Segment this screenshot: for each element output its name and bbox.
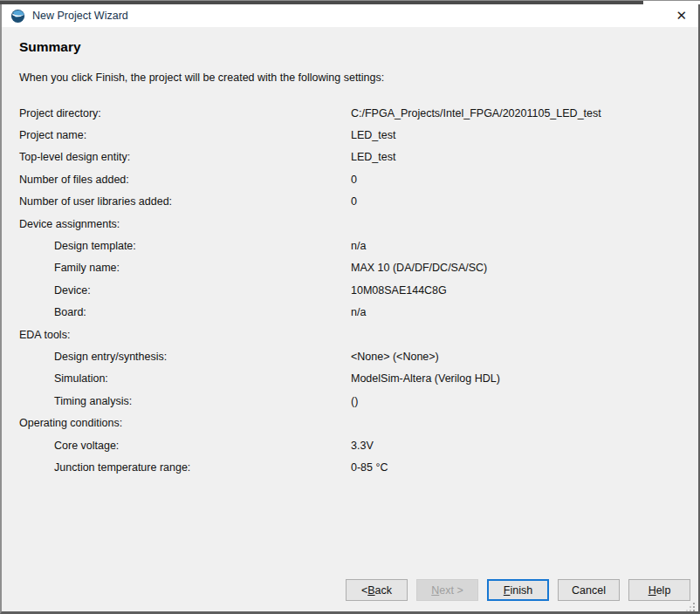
row-value: LED_test [351, 147, 395, 168]
button-bar: < BackNext >FinishCancelHelp [346, 579, 690, 601]
row-label: Simulation: [19, 372, 108, 385]
row-label: Timing analysis: [19, 395, 132, 407]
quartus-logo-icon [10, 9, 25, 24]
row-value: MAX 10 (DA/DF/DC/SA/SC) [351, 257, 487, 279]
row-label: Family name: [19, 262, 120, 274]
window-title: New Project Wizard [32, 10, 128, 22]
row-label: EDA tools: [19, 329, 70, 341]
row-label: Project directory: [19, 107, 101, 119]
settings-row: Project directory:C:/FPGA_Projects/Intel… [19, 102, 698, 124]
settings-row: Junction temperature range:0-85 °C [19, 456, 698, 478]
row-label: Design entry/synthesis: [19, 351, 167, 363]
settings-row: Top-level design entity:LED_test [19, 147, 698, 168]
new-project-wizard-dialog: New Project Wizard ✕ Summary When you cl… [0, 4, 700, 614]
resize-grip-icon[interactable] [686, 600, 696, 610]
settings-row: Project name:LED_test [19, 124, 698, 146]
row-value: C:/FPGA_Projects/Intel_FPGA/20201105_LED… [351, 102, 601, 124]
settings-row: Number of user libraries added:0 [19, 191, 698, 213]
screen: New Project Wizard ✕ Summary When you cl… [0, 0, 700, 614]
row-value: n/a [351, 302, 366, 324]
settings-row: Core voltage:3.3V [19, 434, 698, 456]
close-icon[interactable]: ✕ [676, 4, 687, 27]
row-label: Device assignments: [19, 218, 120, 230]
row-label: Top-level design entity: [19, 151, 130, 163]
intro-text: When you click Finish, the project will … [19, 72, 698, 84]
page-title: Summary [19, 39, 698, 55]
settings-list: Project directory:C:/FPGA_Projects/Intel… [19, 102, 698, 479]
row-value: ModelSim-Altera (Verilog HDL) [351, 368, 500, 390]
row-value: LED_test [351, 124, 395, 146]
row-value: () [351, 390, 358, 412]
row-value: 3.3V [351, 434, 374, 456]
finish-button[interactable]: Finish [487, 579, 549, 601]
titlebar[interactable]: New Project Wizard ✕ [2, 4, 698, 27]
settings-row: Family name:MAX 10 (DA/DF/DC/SA/SC) [19, 257, 698, 279]
settings-row: Timing analysis:() [19, 390, 698, 412]
row-label: Operating conditions: [19, 417, 122, 429]
row-value: 0 [351, 168, 357, 190]
row-value: 10M08SAE144C8G [351, 279, 447, 301]
row-value: 0 [351, 191, 357, 213]
row-label: Junction temperature range: [19, 461, 190, 474]
row-value: 0-85 °C [351, 456, 388, 478]
settings-row: Device:10M08SAE144C8G [19, 279, 698, 301]
settings-row: Design entry/synthesis:<None> (<None>) [19, 345, 698, 367]
row-label: Number of user libraries added: [19, 195, 172, 208]
content-area: Summary When you click Finish, the proje… [2, 39, 698, 479]
back-button[interactable]: < Back [346, 579, 408, 601]
cancel-button[interactable]: Cancel [558, 579, 620, 601]
next-button: Next > [416, 579, 478, 601]
settings-row: Simulation:ModelSim-Altera (Verilog HDL) [19, 368, 698, 390]
settings-row: EDA tools: [19, 324, 698, 345]
row-label: Design template: [19, 240, 136, 252]
row-label: Board: [19, 306, 86, 318]
row-label: Device: [19, 284, 91, 297]
row-value: n/a [351, 235, 366, 256]
settings-row: Board:n/a [19, 302, 698, 324]
help-button[interactable]: Help [628, 579, 690, 601]
row-label: Number of files added: [19, 174, 129, 186]
row-value: <None> (<None>) [351, 345, 439, 367]
settings-row: Design template:n/a [19, 235, 698, 256]
row-label: Core voltage: [19, 440, 119, 452]
settings-row: Number of files added:0 [19, 168, 698, 190]
settings-row: Device assignments: [19, 213, 698, 235]
settings-row: Operating conditions: [19, 412, 698, 433]
row-label: Project name: [19, 129, 86, 141]
